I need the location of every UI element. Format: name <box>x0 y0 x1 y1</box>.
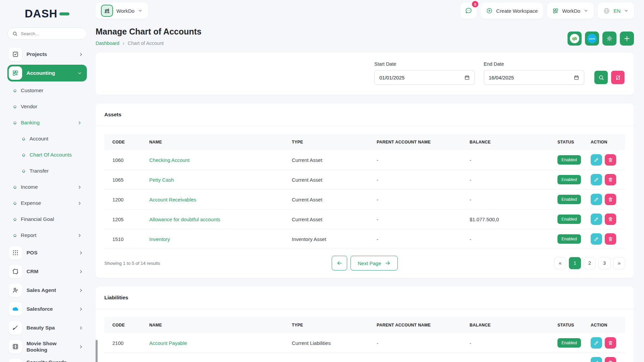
account-name-link[interactable]: Account Receivables <box>149 197 196 202</box>
messages-button[interactable]: 0 <box>461 3 477 19</box>
cell-code: 1510 <box>104 229 145 249</box>
table-row: 2100Account PayableCurrent Liabilities--… <box>104 333 625 353</box>
sidebar-item-income[interactable]: Income <box>7 179 87 195</box>
sidebar-item-expense[interactable]: Expense <box>7 195 87 211</box>
sidebar-item-label: Report <box>21 232 37 238</box>
sidebar-item-banking[interactable]: Banking <box>7 115 87 131</box>
sidebar-item-label: Movie Show Booking <box>26 340 74 353</box>
trash-icon <box>608 236 613 242</box>
breadcrumb-dashboard-link[interactable]: Dashboard <box>96 41 119 46</box>
end-date-value: 16/04/2025 <box>489 75 514 80</box>
breadcrumb-current: Chart of Account <box>128 41 164 46</box>
sidebar-scrollbar[interactable] <box>96 340 98 362</box>
delete-button[interactable] <box>605 233 616 245</box>
bullet-icon <box>13 201 17 205</box>
bullet-icon <box>21 169 26 173</box>
reset-filter-button[interactable] <box>611 71 625 84</box>
cell-code: 1060 <box>104 150 145 170</box>
sidebar-item-crm[interactable]: CRM <box>7 263 87 280</box>
settings-button[interactable] <box>602 32 616 46</box>
brand-logo[interactable]: DASH <box>7 6 87 21</box>
cell-action <box>587 190 625 209</box>
sidebar-item-vendor[interactable]: Vendor <box>7 99 87 115</box>
sidebar-item-report[interactable]: Report <box>7 227 87 243</box>
account-sections: Assets CODENAMETYPEPARENT ACCOUNT NAMEBA… <box>96 104 634 362</box>
page-button-3[interactable]: 3 <box>598 257 610 269</box>
sidebar-item-label: Financial Goal <box>21 216 54 222</box>
cell-balance: - <box>466 190 553 209</box>
sidebar-item-label: Vendor <box>21 103 37 110</box>
account-name-link[interactable]: Account Payable <box>149 340 187 346</box>
sidebar-item-chart-of-accounts[interactable]: Chart Of Accounts <box>7 147 87 163</box>
trash-icon <box>608 197 613 202</box>
sidebar-search-input[interactable] <box>20 31 82 37</box>
sidebar-item-security-guards-management[interactable]: Security Guards Management <box>7 357 87 362</box>
apply-filter-button[interactable] <box>594 71 608 84</box>
account-name-link[interactable]: Checking Account <box>149 157 190 163</box>
cell-type: Inventory Asset <box>288 229 373 249</box>
bullet-icon <box>13 105 17 109</box>
edit-button[interactable] <box>591 194 602 205</box>
edit-button[interactable] <box>591 233 602 245</box>
chevron-right-icon <box>78 250 84 255</box>
sidebar-item-salesforce[interactable]: Salesforce <box>7 301 87 317</box>
chevron-right-icon <box>78 307 84 312</box>
edit-button[interactable] <box>591 357 602 362</box>
sidebar-item-movie-show-booking[interactable]: Movie Show Booking <box>7 338 87 355</box>
sidebar-item-label: POS <box>26 249 38 256</box>
xero-button[interactable]: xero <box>585 32 599 46</box>
sidebar-item-accounting[interactable]: Accounting <box>7 65 87 81</box>
sidebar-item-financial-goal[interactable]: Financial Goal <box>7 211 87 227</box>
edit-button[interactable] <box>591 154 602 166</box>
table-footer: Showing 1 to 5 of 14 results Next Page «… <box>96 249 634 276</box>
edit-button[interactable] <box>591 214 602 225</box>
next-page-button[interactable]: Next Page <box>351 256 397 270</box>
chevron-down-icon <box>77 71 82 76</box>
cell-balance: $1.077.500,0 <box>466 209 553 229</box>
table-row: 1065Petty CashCurrent Asset--Enabled <box>104 170 625 190</box>
delete-button[interactable] <box>605 194 616 205</box>
end-date-input[interactable]: 16/04/2025 <box>484 70 584 85</box>
sidebar-item-projects[interactable]: Projects <box>7 46 87 63</box>
delete-button[interactable] <box>605 174 616 185</box>
create-workspace-button[interactable]: Create Workspace <box>481 3 543 19</box>
page-button-1[interactable]: 1 <box>569 257 581 269</box>
chevron-right-icon <box>78 269 84 274</box>
sidebar-item-pos[interactable]: POS <box>7 244 87 261</box>
quickbooks-button[interactable]: qb <box>568 32 582 46</box>
sidebar-item-label: Chart Of Accounts <box>30 152 72 158</box>
sidebar-item-customer[interactable]: Customer <box>7 82 87 99</box>
delete-button[interactable] <box>605 357 616 362</box>
window-icon <box>9 265 22 278</box>
sidebar-search[interactable] <box>7 27 87 40</box>
start-date-input[interactable]: 01/01/2025 <box>374 70 475 85</box>
delete-button[interactable] <box>605 214 616 225</box>
cell-balance: - <box>466 229 553 249</box>
workspace-selector[interactable]: WorkDo <box>96 3 148 19</box>
cell-status: Enabled <box>553 209 587 229</box>
workdo-menu[interactable]: WorkDo <box>547 3 594 19</box>
cell-code: 1205 <box>104 209 145 229</box>
page-button-item[interactable]: « <box>554 257 566 269</box>
edit-button[interactable] <box>591 337 602 349</box>
section-title: Assets <box>96 104 634 126</box>
account-name-link[interactable]: Petty Cash <box>149 177 174 183</box>
sidebar-item-beauty-spa[interactable]: Beauty Spa <box>7 319 87 336</box>
language-selector[interactable]: EN <box>598 3 634 19</box>
previous-page-button[interactable] <box>332 256 347 270</box>
column-header-action: ACTION <box>587 317 625 333</box>
cell-type: Current Asset <box>288 170 373 190</box>
account-name-link[interactable]: Allowance for doubtful accounts <box>149 217 220 222</box>
sidebar-item-sales-agent[interactable]: Sales Agent <box>7 282 87 299</box>
sidebar-item-account[interactable]: Account <box>7 131 87 147</box>
accounts-table: CODENAMETYPEPARENT ACCOUNT NAMEBALANCEST… <box>104 134 625 249</box>
sidebar-item-transfer[interactable]: Transfer <box>7 163 87 179</box>
page-button-item[interactable]: » <box>613 257 625 269</box>
add-account-button[interactable] <box>620 32 634 46</box>
account-name-link[interactable]: Inventory <box>149 236 170 242</box>
delete-button[interactable] <box>605 154 616 166</box>
end-date-field: End Date 16/04/2025 <box>484 61 584 85</box>
edit-button[interactable] <box>591 174 602 185</box>
delete-button[interactable] <box>605 337 616 349</box>
page-button-2[interactable]: 2 <box>584 257 596 269</box>
